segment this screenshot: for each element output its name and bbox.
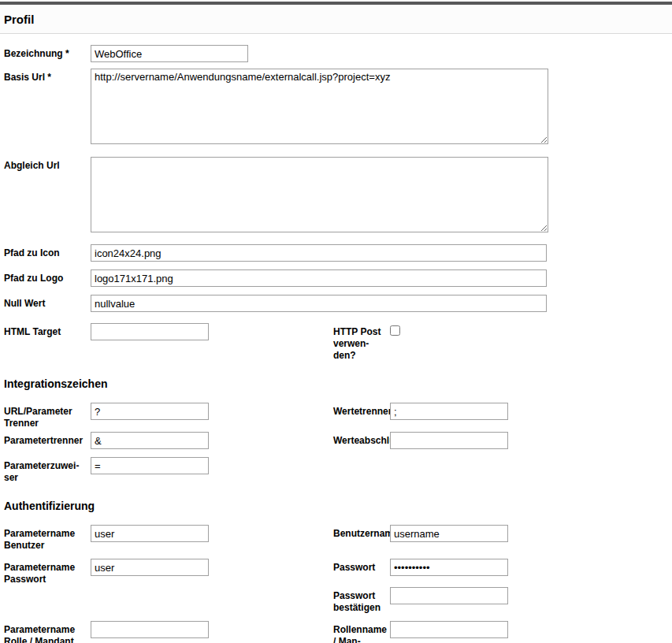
basis-url-textarea[interactable]: http://servername/Anwendungsname/externa… [91, 69, 548, 144]
wertetrenner-input[interactable] [390, 403, 508, 420]
parametertrenner-label: Parametertrenner [4, 432, 91, 447]
pfad-zu-icon-label: Pfad zu Icon [4, 244, 91, 259]
null-wert-input[interactable] [91, 295, 547, 312]
page-title: Profil [0, 5, 672, 34]
http-post-checkbox[interactable] [390, 325, 400, 336]
passwort-bestaetigen-label: Passwort bestätigen [333, 587, 390, 614]
passwort-label: Passwort [333, 559, 390, 574]
parametername-passwort-input[interactable] [91, 559, 209, 576]
pfad-zu-icon-input[interactable] [91, 244, 547, 262]
benutzername-input[interactable] [390, 525, 508, 542]
url-parameter-trenner-input[interactable] [91, 403, 209, 420]
parametername-passwort-label: Parametername Passwort [4, 559, 91, 585]
http-post-label: HTTP Post verwen- den? [333, 323, 390, 362]
pfad-zu-logo-input[interactable] [91, 269, 547, 287]
abgleich-url-textarea[interactable] [91, 157, 548, 232]
parametername-benutzer-label: Parametername Benutzer [4, 525, 91, 552]
parameterzuweiser-label: Parameterzuwei- ser [4, 457, 91, 484]
wertetrenner-label: Wertetrenner [333, 403, 390, 418]
rollenname-mandant-label: Rollenname / Man- dant [333, 621, 390, 643]
basis-url-label: Basis Url * [4, 69, 91, 84]
parameterzuweiser-input[interactable] [91, 457, 209, 474]
null-wert-label: Null Wert [4, 295, 91, 310]
benutzername-label: Benutzername [333, 525, 390, 540]
bezeichnung-label: Bezeichnung * [4, 45, 91, 60]
html-target-input[interactable] [91, 323, 209, 340]
passwort-input[interactable] [390, 559, 508, 576]
bezeichnung-input[interactable] [91, 45, 248, 62]
section-heading-integrationszeichen: Integrationszeichen [4, 377, 668, 390]
parametername-rolle-label: Parametername Rolle / Mandant [4, 621, 91, 643]
werteabschluss-label: Werteabschluss [333, 432, 390, 447]
section-heading-authentifizierung: Authentifizierung [4, 500, 668, 512]
parametertrenner-input[interactable] [91, 432, 209, 449]
profile-form: Bezeichnung * Basis Url * http://servern… [0, 34, 672, 643]
url-parameter-trenner-label: URL/Parameter Trenner [4, 403, 91, 429]
parametername-rolle-input[interactable] [91, 621, 209, 638]
werteabschluss-input[interactable] [390, 432, 508, 449]
parametername-benutzer-input[interactable] [91, 525, 209, 542]
abgleich-url-label: Abgleich Url [4, 157, 91, 172]
pfad-zu-logo-label: Pfad zu Logo [4, 269, 91, 284]
passwort-bestaetigen-input[interactable] [390, 587, 508, 604]
rollenname-mandant-input[interactable] [390, 621, 508, 638]
html-target-label: HTML Target [4, 323, 91, 338]
